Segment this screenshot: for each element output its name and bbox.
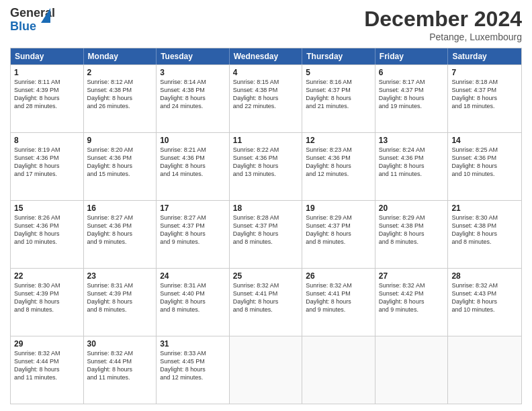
week-row-1: 8Sunrise: 8:19 AMSunset: 4:36 PMDaylight… xyxy=(11,132,521,200)
cal-cell-3-2: 24Sunrise: 8:31 AMSunset: 4:40 PMDayligh… xyxy=(157,269,230,336)
page: General Blue December 2024 Petange, Luxe… xyxy=(0,0,532,411)
day-number: 16 xyxy=(87,203,153,213)
day-content: Sunrise: 8:14 AMSunset: 4:38 PMDaylight:… xyxy=(160,78,226,111)
day-content: Sunrise: 8:26 AMSunset: 4:36 PMDaylight:… xyxy=(14,214,80,246)
cal-cell-3-5: 27Sunrise: 8:32 AMSunset: 4:42 PMDayligh… xyxy=(375,269,449,336)
header-day-tuesday: Tuesday xyxy=(157,48,230,64)
cal-cell-4-1: 30Sunrise: 8:32 AMSunset: 4:44 PMDayligh… xyxy=(84,336,157,404)
cal-cell-0-5: 6Sunrise: 8:17 AMSunset: 4:37 PMDaylight… xyxy=(375,65,449,132)
day-number: 4 xyxy=(233,68,299,77)
cal-cell-3-3: 25Sunrise: 8:32 AMSunset: 4:41 PMDayligh… xyxy=(230,269,303,336)
cal-cell-1-0: 8Sunrise: 8:19 AMSunset: 4:36 PMDaylight… xyxy=(11,133,84,200)
day-number: 10 xyxy=(160,136,226,145)
header-day-wednesday: Wednesday xyxy=(230,48,303,64)
cal-cell-2-4: 19Sunrise: 8:29 AMSunset: 4:37 PMDayligh… xyxy=(302,201,375,268)
cal-cell-3-4: 26Sunrise: 8:32 AMSunset: 4:41 PMDayligh… xyxy=(302,269,375,336)
header-day-sunday: Sunday xyxy=(11,48,84,64)
day-content: Sunrise: 8:18 AMSunset: 4:37 PMDaylight:… xyxy=(451,78,518,111)
day-number: 2 xyxy=(87,68,153,77)
day-content: Sunrise: 8:32 AMSunset: 4:41 PMDaylight:… xyxy=(233,281,299,314)
day-content: Sunrise: 8:32 AMSunset: 4:43 PMDaylight:… xyxy=(451,281,518,314)
location: Petange, Luxembourg xyxy=(364,32,522,42)
cal-cell-4-0: 29Sunrise: 8:32 AMSunset: 4:44 PMDayligh… xyxy=(11,336,84,404)
day-number: 22 xyxy=(14,271,80,281)
header-day-monday: Monday xyxy=(84,48,157,64)
cal-cell-1-3: 11Sunrise: 8:22 AMSunset: 4:36 PMDayligh… xyxy=(230,133,303,200)
logo-blue: Blue xyxy=(10,19,36,33)
cal-cell-2-3: 18Sunrise: 8:28 AMSunset: 4:37 PMDayligh… xyxy=(230,201,303,268)
day-number: 30 xyxy=(87,339,153,349)
cal-cell-0-0: 1Sunrise: 8:11 AMSunset: 4:39 PMDaylight… xyxy=(11,65,84,132)
day-content: Sunrise: 8:28 AMSunset: 4:37 PMDaylight:… xyxy=(233,214,299,246)
day-number: 3 xyxy=(160,68,226,77)
cal-cell-4-2: 31Sunrise: 8:33 AMSunset: 4:45 PMDayligh… xyxy=(157,336,230,404)
day-content: Sunrise: 8:16 AMSunset: 4:37 PMDaylight:… xyxy=(306,78,371,111)
cal-cell-2-0: 15Sunrise: 8:26 AMSunset: 4:36 PMDayligh… xyxy=(11,201,84,268)
day-number: 11 xyxy=(233,136,299,145)
day-number: 24 xyxy=(160,271,226,281)
cal-cell-0-2: 3Sunrise: 8:14 AMSunset: 4:38 PMDaylight… xyxy=(157,65,230,132)
month-title: December 2024 xyxy=(364,7,522,32)
cal-cell-4-3 xyxy=(230,336,303,404)
header-day-friday: Friday xyxy=(375,48,449,64)
day-content: Sunrise: 8:32 AMSunset: 4:44 PMDaylight:… xyxy=(87,349,153,382)
cal-cell-4-5 xyxy=(375,336,449,404)
header: General Blue December 2024 Petange, Luxe… xyxy=(10,7,522,42)
week-row-0: 1Sunrise: 8:11 AMSunset: 4:39 PMDaylight… xyxy=(11,64,521,132)
day-number: 21 xyxy=(451,203,518,213)
cal-cell-1-4: 12Sunrise: 8:23 AMSunset: 4:36 PMDayligh… xyxy=(302,133,375,200)
cal-cell-2-6: 21Sunrise: 8:30 AMSunset: 4:38 PMDayligh… xyxy=(448,201,521,268)
day-content: Sunrise: 8:29 AMSunset: 4:37 PMDaylight:… xyxy=(306,214,371,246)
day-content: Sunrise: 8:19 AMSunset: 4:36 PMDaylight:… xyxy=(14,146,80,179)
day-number: 1 xyxy=(14,68,80,77)
calendar-body: 1Sunrise: 8:11 AMSunset: 4:39 PMDaylight… xyxy=(11,64,521,404)
cal-cell-2-5: 20Sunrise: 8:29 AMSunset: 4:38 PMDayligh… xyxy=(375,201,449,268)
cal-cell-2-1: 16Sunrise: 8:27 AMSunset: 4:36 PMDayligh… xyxy=(84,201,157,268)
cal-cell-4-4 xyxy=(302,336,375,404)
day-content: Sunrise: 8:24 AMSunset: 4:36 PMDaylight:… xyxy=(379,146,445,179)
day-content: Sunrise: 8:15 AMSunset: 4:38 PMDaylight:… xyxy=(233,78,299,111)
day-number: 29 xyxy=(14,339,80,349)
day-number: 18 xyxy=(233,203,299,213)
day-content: Sunrise: 8:11 AMSunset: 4:39 PMDaylight:… xyxy=(14,78,80,111)
week-row-2: 15Sunrise: 8:26 AMSunset: 4:36 PMDayligh… xyxy=(11,200,521,268)
day-content: Sunrise: 8:17 AMSunset: 4:37 PMDaylight:… xyxy=(379,78,445,111)
day-number: 13 xyxy=(379,136,445,145)
day-number: 26 xyxy=(306,271,371,281)
day-number: 6 xyxy=(379,68,445,77)
cal-cell-2-2: 17Sunrise: 8:27 AMSunset: 4:37 PMDayligh… xyxy=(157,201,230,268)
cal-cell-3-6: 28Sunrise: 8:32 AMSunset: 4:43 PMDayligh… xyxy=(448,269,521,336)
logo: General Blue xyxy=(10,7,45,35)
week-row-4: 29Sunrise: 8:32 AMSunset: 4:44 PMDayligh… xyxy=(11,336,521,404)
day-content: Sunrise: 8:32 AMSunset: 4:41 PMDaylight:… xyxy=(306,281,371,314)
header-day-thursday: Thursday xyxy=(302,48,375,64)
header-day-saturday: Saturday xyxy=(448,48,521,64)
calendar-header: SundayMondayTuesdayWednesdayThursdayFrid… xyxy=(11,48,521,64)
week-row-3: 22Sunrise: 8:30 AMSunset: 4:39 PMDayligh… xyxy=(11,268,521,336)
day-number: 31 xyxy=(160,339,226,349)
day-number: 14 xyxy=(451,136,518,145)
day-content: Sunrise: 8:25 AMSunset: 4:36 PMDaylight:… xyxy=(451,146,518,179)
day-number: 27 xyxy=(379,271,445,281)
cal-cell-0-6: 7Sunrise: 8:18 AMSunset: 4:37 PMDaylight… xyxy=(448,65,521,132)
cal-cell-0-3: 4Sunrise: 8:15 AMSunset: 4:38 PMDaylight… xyxy=(230,65,303,132)
title-block: December 2024 Petange, Luxembourg xyxy=(364,7,522,42)
day-number: 19 xyxy=(306,203,371,213)
day-number: 20 xyxy=(379,203,445,213)
day-content: Sunrise: 8:22 AMSunset: 4:36 PMDaylight:… xyxy=(233,146,299,179)
day-content: Sunrise: 8:33 AMSunset: 4:45 PMDaylight:… xyxy=(160,349,226,382)
cal-cell-1-2: 10Sunrise: 8:21 AMSunset: 4:36 PMDayligh… xyxy=(157,133,230,200)
day-content: Sunrise: 8:32 AMSunset: 4:44 PMDaylight:… xyxy=(14,349,80,382)
day-number: 12 xyxy=(306,136,371,145)
day-number: 8 xyxy=(14,136,80,145)
day-content: Sunrise: 8:29 AMSunset: 4:38 PMDaylight:… xyxy=(379,214,445,246)
day-content: Sunrise: 8:30 AMSunset: 4:39 PMDaylight:… xyxy=(14,281,80,314)
cal-cell-0-1: 2Sunrise: 8:12 AMSunset: 4:38 PMDaylight… xyxy=(84,65,157,132)
cal-cell-4-6 xyxy=(448,336,521,404)
day-content: Sunrise: 8:23 AMSunset: 4:36 PMDaylight:… xyxy=(306,146,371,179)
day-number: 5 xyxy=(306,68,371,77)
cal-cell-3-1: 23Sunrise: 8:31 AMSunset: 4:39 PMDayligh… xyxy=(84,269,157,336)
day-content: Sunrise: 8:21 AMSunset: 4:36 PMDaylight:… xyxy=(160,146,226,179)
cal-cell-1-1: 9Sunrise: 8:20 AMSunset: 4:36 PMDaylight… xyxy=(84,133,157,200)
day-content: Sunrise: 8:31 AMSunset: 4:39 PMDaylight:… xyxy=(87,281,153,314)
